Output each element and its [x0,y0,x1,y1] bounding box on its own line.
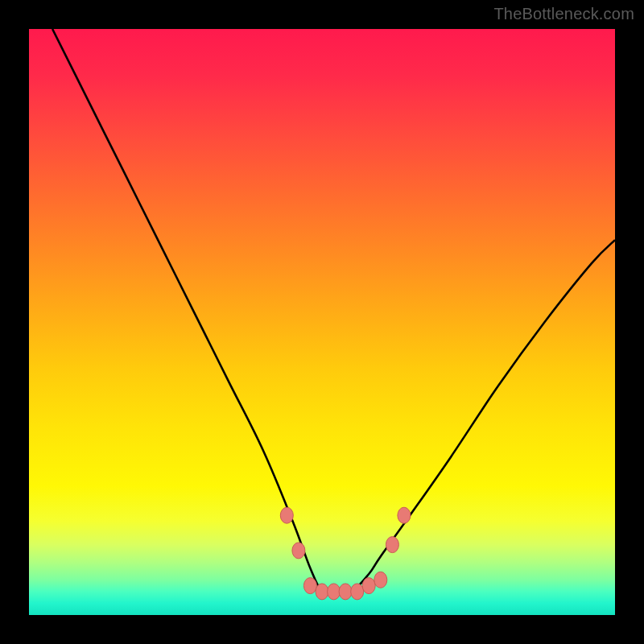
marker-group [280,507,411,600]
chart-svg [29,29,615,615]
chart-frame: TheBottleneck.com [0,0,644,644]
bottleneck-curve [52,29,615,593]
marker-left-shoulder-1 [280,507,293,523]
marker-bottom-7 [374,572,387,588]
marker-bottom-4 [339,584,352,600]
marker-bottom-1 [303,578,316,594]
marker-left-shoulder-2 [292,543,305,559]
marker-right-shoulder-1 [386,537,398,553]
marker-bottom-3 [328,584,341,600]
marker-bottom-2 [316,584,328,600]
marker-bottom-5 [351,584,364,600]
watermark-text: TheBottleneck.com [493,5,634,23]
marker-bottom-6 [362,578,375,594]
marker-right-shoulder-2 [398,507,411,523]
plot-area [29,29,615,615]
